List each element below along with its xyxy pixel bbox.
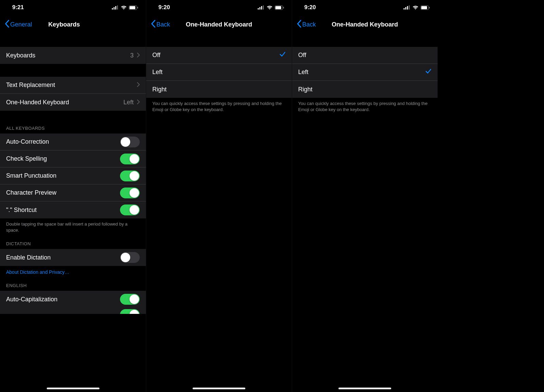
- toggle-switch[interactable]: [120, 137, 140, 147]
- nav-bar: Back One-Handed Keyboard: [146, 15, 292, 34]
- section-footer: You can quickly access these settings by…: [292, 98, 438, 114]
- row-text-replacement[interactable]: Text Replacement: [0, 77, 146, 94]
- row-one-handed-keyboard[interactable]: One-Handed Keyboard Left: [0, 94, 146, 111]
- chevron-right-icon: [137, 82, 140, 89]
- row-label: One-Handed Keyboard: [6, 99, 123, 106]
- row-keyboards[interactable]: Keyboards 3: [0, 47, 146, 64]
- status-icons: [404, 5, 430, 10]
- toggle-switch[interactable]: [120, 309, 140, 314]
- option-label: Left: [298, 69, 425, 76]
- row-value: 3: [130, 52, 134, 59]
- section-footer: Double tapping the space bar will insert…: [0, 218, 146, 234]
- option-off[interactable]: Off: [292, 47, 438, 64]
- section-header-all-keyboards: ALL KEYBOARDS: [0, 124, 146, 133]
- status-icons: [258, 5, 284, 10]
- row-enable-dictation[interactable]: Enable Dictation: [0, 249, 146, 266]
- row-label: "." Shortcut: [6, 207, 120, 214]
- row-check-spelling[interactable]: Check Spelling: [0, 150, 146, 167]
- option-right[interactable]: Right: [292, 81, 438, 98]
- row-value: Left: [123, 99, 134, 106]
- option-right[interactable]: Right: [146, 81, 292, 98]
- chevron-right-icon: [137, 52, 140, 59]
- toggle-switch[interactable]: [120, 204, 140, 215]
- row-label: Text Replacement: [6, 82, 137, 89]
- svg-rect-3: [117, 5, 118, 10]
- row-label: Character Preview: [6, 189, 120, 196]
- back-label: Back: [302, 21, 316, 28]
- status-icons: [112, 5, 138, 10]
- back-button[interactable]: General: [3, 19, 34, 31]
- svg-rect-6: [137, 7, 138, 8]
- signal-icon: [112, 5, 119, 10]
- row-label: Enable Dictation: [6, 254, 120, 261]
- battery-icon: [275, 5, 284, 10]
- chevron-right-icon: [137, 99, 140, 106]
- wifi-icon: [121, 5, 127, 10]
- chevron-left-icon: [151, 20, 156, 29]
- svg-rect-20: [429, 7, 430, 8]
- svg-rect-5: [130, 6, 135, 9]
- row-label: Auto-Correction: [6, 138, 120, 145]
- svg-rect-19: [421, 6, 427, 9]
- back-button[interactable]: Back: [149, 19, 172, 31]
- status-bar: 9:20: [292, 0, 438, 15]
- section-header-dictation: DICTATION: [0, 239, 146, 249]
- option-label: Right: [152, 86, 286, 93]
- status-time: 9:21: [12, 4, 24, 11]
- option-left[interactable]: Left: [146, 64, 292, 81]
- row-label: Smart Punctuation: [6, 172, 120, 179]
- svg-rect-14: [404, 8, 405, 10]
- home-indicator[interactable]: [339, 388, 391, 389]
- option-label: Right: [298, 86, 431, 93]
- nav-title: Keyboards: [48, 21, 80, 28]
- toggle-switch[interactable]: [120, 294, 140, 305]
- wifi-icon: [267, 5, 273, 10]
- row-label: Check Spelling: [6, 155, 120, 162]
- svg-rect-12: [275, 6, 281, 9]
- row-label: Auto-Capitalization: [6, 296, 120, 303]
- toggle-switch[interactable]: [120, 252, 140, 263]
- back-label: General: [10, 21, 32, 28]
- chevron-left-icon: [297, 20, 302, 29]
- option-label: Off: [298, 52, 431, 59]
- status-time: 9:20: [158, 4, 170, 11]
- svg-rect-0: [112, 8, 113, 10]
- battery-icon: [129, 5, 138, 10]
- row-label: Keyboards: [6, 52, 130, 59]
- section-footer: You can quickly access these settings by…: [146, 98, 292, 114]
- back-button[interactable]: Back: [295, 19, 318, 31]
- toggle-switch[interactable]: [120, 154, 140, 164]
- svg-rect-10: [263, 5, 264, 10]
- toggle-switch[interactable]: [120, 171, 140, 181]
- signal-icon: [404, 5, 410, 10]
- svg-rect-13: [283, 7, 284, 8]
- signal-icon: [258, 5, 265, 10]
- chevron-left-icon: [5, 20, 10, 29]
- row-auto-correction[interactable]: Auto-Correction: [0, 133, 146, 150]
- row-shortcut[interactable]: "." Shortcut: [0, 201, 146, 218]
- back-label: Back: [156, 21, 170, 28]
- about-dictation-link[interactable]: About Dictation and Privacy…: [0, 266, 146, 276]
- option-left[interactable]: Left: [292, 64, 438, 81]
- battery-icon: [421, 5, 430, 10]
- svg-rect-7: [258, 8, 259, 10]
- svg-rect-9: [261, 6, 262, 10]
- option-off[interactable]: Off: [146, 47, 292, 64]
- svg-rect-8: [259, 7, 260, 10]
- checkmark-icon: [279, 52, 286, 59]
- svg-rect-17: [409, 5, 410, 10]
- option-label: Left: [152, 69, 286, 76]
- section-header-english: ENGLISH: [0, 281, 146, 291]
- svg-rect-1: [114, 7, 115, 10]
- row-auto-capitalization[interactable]: Auto-Capitalization: [0, 291, 146, 308]
- status-bar: 9:21: [0, 0, 146, 15]
- row-smart-punctuation[interactable]: Smart Punctuation: [0, 167, 146, 184]
- nav-bar: Back One-Handed Keyboard: [292, 15, 438, 34]
- home-indicator[interactable]: [47, 388, 99, 389]
- row-character-preview[interactable]: Character Preview: [0, 184, 146, 201]
- toggle-switch[interactable]: [120, 188, 140, 198]
- row-partial[interactable]: [0, 308, 146, 314]
- home-indicator[interactable]: [193, 388, 245, 389]
- status-time: 9:20: [304, 4, 316, 11]
- option-label: Off: [152, 52, 279, 59]
